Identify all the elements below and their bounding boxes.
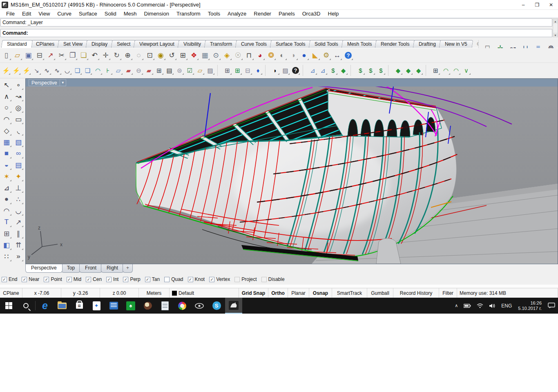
scale-tool-icon[interactable]: ↗	[13, 216, 24, 228]
toolbar-tab-viewport-layout[interactable]: Viewport Layout	[134, 40, 181, 48]
viewport-canvas[interactable]: z x y	[26, 87, 558, 264]
viewport-tab-add[interactable]: +	[123, 264, 133, 273]
osnap-disable-checkbox[interactable]	[261, 277, 267, 282]
loft-tool-icon[interactable]: ◒	[1, 159, 12, 171]
stability-plot-2-icon[interactable]: ⊿	[318, 65, 328, 76]
osnap-end[interactable]: ✓End	[2, 276, 17, 282]
surface-analyze-icon[interactable]: ❏	[83, 65, 93, 76]
cost-report-icon[interactable]: $	[366, 65, 376, 76]
toolbar-tab-cplanes[interactable]: CPlanes	[30, 40, 60, 48]
menu-panels[interactable]: Panels	[275, 11, 299, 17]
render-photo-icon[interactable]: ▨	[205, 65, 215, 76]
sphere-tool-icon[interactable]: ∞	[13, 148, 24, 159]
status-planar[interactable]: Planar	[288, 288, 309, 298]
rebuild-curve-remove-icon[interactable]: ∿	[52, 65, 62, 76]
points-colors-icon[interactable]: ∴	[13, 194, 24, 205]
menu-mesh[interactable]: Mesh	[120, 11, 141, 17]
cost-scale-2-icon[interactable]: $	[355, 65, 366, 76]
cost-query-icon[interactable]: $	[376, 65, 386, 76]
solid-edit-icon[interactable]: ◧	[1, 239, 12, 251]
hydrostatics-cart-icon[interactable]: ⊞	[222, 65, 232, 76]
menu-edit[interactable]: Edit	[18, 11, 35, 17]
viewport-tab-top[interactable]: Top	[61, 264, 80, 273]
osnap-perp-checkbox[interactable]: ✓	[123, 277, 128, 282]
report-sheet-icon[interactable]: ▤	[164, 65, 174, 76]
rebuild-curve-icon[interactable]: ◡	[13, 205, 24, 216]
osnap-vertex-checkbox[interactable]: ✓	[209, 277, 214, 282]
status-smarttrack[interactable]: SmartTrack	[332, 288, 367, 298]
more-tools-icon[interactable]: »	[13, 251, 24, 262]
polyline-tool-icon[interactable]: ∧	[1, 91, 12, 102]
orca-checklist-icon[interactable]: ☑	[185, 65, 195, 76]
scroll-up-icon[interactable]: ▲	[553, 19, 558, 24]
status-filter[interactable]: Filter	[439, 288, 457, 298]
weight-wedge-icon[interactable]: ◆	[338, 65, 348, 76]
osnap-mid-checkbox[interactable]: ✓	[67, 277, 72, 282]
point-tool-icon[interactable]: ∘	[13, 79, 24, 91]
dropbox-icon[interactable]: ✦	[88, 298, 105, 314]
paste-icon[interactable]: ❏	[78, 50, 89, 61]
arc-tool-icon[interactable]: ◠	[1, 114, 12, 125]
office-document-icon[interactable]	[105, 298, 122, 314]
extract-tool-icon[interactable]: ✦	[13, 171, 24, 182]
search-icon[interactable]	[17, 298, 34, 314]
rebuild-curve-add-icon[interactable]: ∿	[42, 65, 52, 76]
osnap-cen-checkbox[interactable]: ✓	[86, 277, 91, 282]
menu-tools[interactable]: Tools	[204, 11, 224, 17]
volume-icon[interactable]	[486, 303, 498, 308]
osnap-point-checkbox[interactable]: ✓	[44, 277, 49, 282]
undo-icon[interactable]: ↶	[89, 50, 100, 61]
solitaire-icon[interactable]: ♠	[122, 298, 139, 314]
set-cplane-origin-icon[interactable]: ⊙	[210, 50, 221, 61]
project-tree-icon[interactable]: ▱	[195, 65, 205, 76]
toolbar-tab-visibility[interactable]: Visibility	[177, 40, 207, 48]
game-icon[interactable]	[139, 298, 156, 314]
menu-file[interactable]: File	[2, 11, 18, 17]
status-cplane[interactable]: CPlane	[0, 288, 22, 298]
object-visibility-icon[interactable]: ◈	[221, 50, 232, 61]
toolbar-tab-display[interactable]: Display	[86, 40, 114, 48]
status-gumball[interactable]: Gumball	[367, 288, 393, 298]
menu-transform[interactable]: Transform	[173, 11, 204, 17]
orca-help-icon[interactable]: ?	[290, 65, 301, 76]
eye-app-icon[interactable]	[191, 298, 208, 314]
render-photo-2-icon[interactable]: ▨	[280, 65, 290, 76]
circle-tool-icon[interactable]: ○	[1, 102, 12, 114]
rotate-view-icon[interactable]: ↻	[111, 50, 122, 61]
start-button[interactable]	[0, 298, 17, 314]
mesh-flatten-icon[interactable]: ⊟	[243, 65, 253, 76]
copy-icon[interactable]: ❐	[67, 50, 78, 61]
menu-help[interactable]: Help	[324, 11, 343, 17]
command-input[interactable]: Command:	[0, 29, 552, 37]
ghosted-viewport-icon[interactable]: ◑	[288, 50, 299, 61]
layers-icon[interactable]: ◕	[254, 50, 266, 61]
osnap-int[interactable]: ✓Int	[106, 276, 118, 282]
blend-colors-icon[interactable]: ●	[1, 194, 12, 205]
toolbar-tab-drafting[interactable]: Drafting	[413, 40, 442, 48]
menu-render[interactable]: Render	[250, 11, 275, 17]
orca-hull-check-icon[interactable]: ⚡	[11, 65, 21, 76]
status-grid-snap[interactable]: Grid Snap	[239, 288, 268, 298]
align-tool-icon[interactable]: ∥	[13, 228, 24, 239]
weight-move-icon[interactable]: ◆	[403, 65, 413, 76]
osnap-tan-checkbox[interactable]: ✓	[145, 277, 150, 282]
language-indicator[interactable]: ENG	[498, 303, 515, 309]
text-tool-icon[interactable]: T	[1, 216, 12, 228]
mesh-section-disc-icon[interactable]: ⊜	[174, 65, 185, 76]
battery-icon[interactable]	[461, 304, 474, 308]
menu-curve[interactable]: Curve	[54, 11, 75, 17]
save-file-icon[interactable]: ▣	[23, 50, 34, 61]
status-layer[interactable]: Default	[170, 288, 239, 298]
menu-orca3d[interactable]: Orca3D	[299, 11, 324, 17]
command-scrollbar[interactable]: ▲ ▼	[553, 18, 558, 37]
extrude-tool-icon[interactable]: ⇈	[13, 239, 24, 251]
toolbar-tab-solid-tools[interactable]: Solid Tools	[308, 40, 344, 48]
viewport-tab-perspective[interactable]: Perspective	[25, 264, 62, 273]
rhino-taskbar-icon[interactable]	[225, 298, 242, 314]
close-button[interactable]: ✕	[544, 0, 558, 9]
osnap-tan[interactable]: ✓Tan	[145, 276, 160, 282]
notepad-icon[interactable]	[156, 298, 174, 314]
cut-icon[interactable]: ✂	[56, 50, 67, 61]
curve-tool-icon[interactable]: ↝	[13, 91, 24, 102]
edge-icon[interactable]: e	[36, 298, 54, 314]
